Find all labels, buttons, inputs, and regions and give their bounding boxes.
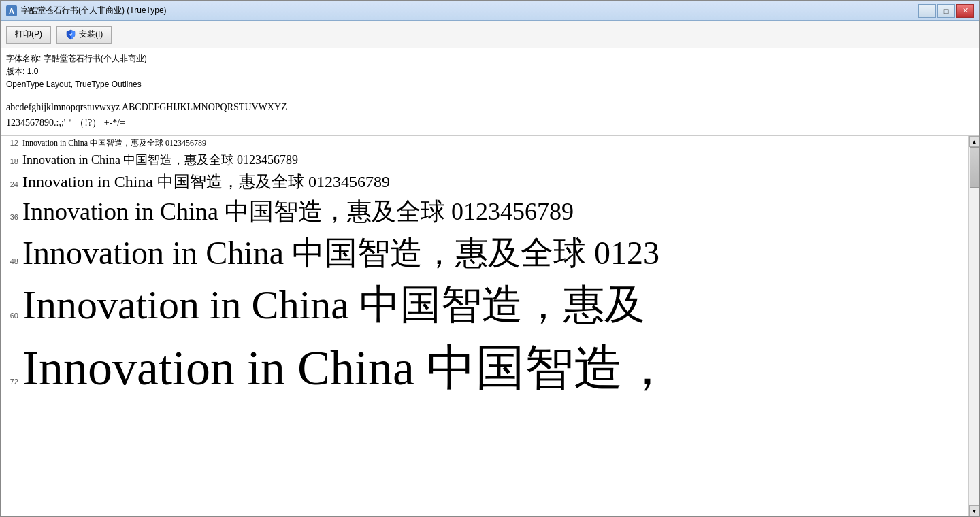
preview-container: 12Innovation in China 中国智造，惠及全球 01234567…: [1, 136, 979, 516]
print-button[interactable]: 打印(P): [6, 26, 51, 44]
size-label: 60: [3, 312, 22, 320]
scrollbar-track: [969, 147, 979, 505]
preview-text: Innovation in China 中国智造，惠及: [22, 278, 645, 333]
preview-row: 18Innovation in China 中国智造，惠及全球 01234567…: [1, 150, 968, 169]
preview-text: Innovation in China 中国智造，惠及全球 0123456789: [22, 195, 574, 229]
size-label: 72: [3, 378, 22, 386]
minimize-button[interactable]: —: [918, 4, 936, 18]
scroll-down-arrow[interactable]: ▼: [969, 505, 980, 516]
preview-text: Innovation in China 中国智造，: [22, 335, 672, 401]
app-icon: A: [6, 5, 17, 16]
font-type: OpenType Layout, TrueType Outlines: [6, 78, 974, 91]
install-button-label: 安装(I): [79, 29, 103, 40]
font-info-section: 字体名称: 字酷堂苍石行书(个人非商业) 版本: 1.0 OpenType La…: [1, 48, 979, 95]
preview-row: 24Innovation in China 中国智造，惠及全球 01234567…: [1, 169, 968, 194]
preview-row: 12Innovation in China 中国智造，惠及全球 01234567…: [1, 136, 968, 150]
toolbar: 打印(P) 安装(I): [1, 21, 979, 48]
charset-line1: abcdefghijklmnopqrstuvwxyz ABCDEFGHIJKLM…: [6, 99, 974, 116]
font-name: 字体名称: 字酷堂苍石行书(个人非商业): [6, 52, 974, 65]
title-bar: A 字酷堂苍石行书(个人非商业) (TrueType) — □ ✕: [1, 1, 979, 21]
preview-scroll[interactable]: 12Innovation in China 中国智造，惠及全球 01234567…: [1, 136, 979, 516]
font-version: 版本: 1.0: [6, 65, 974, 78]
size-label: 12: [3, 139, 22, 147]
window-title: 字酷堂苍石行书(个人非商业) (TrueType): [21, 5, 918, 16]
close-button[interactable]: ✕: [956, 4, 974, 18]
size-label: 48: [3, 257, 22, 265]
preview-text: Innovation in China 中国智造，惠及全球 0123: [22, 231, 659, 275]
install-button[interactable]: 安装(I): [56, 26, 112, 44]
charset-line2: 1234567890.:,;'＂（!?） +-*/=: [6, 115, 974, 131]
preview-row: 48Innovation in China 中国智造，惠及全球 0123: [1, 230, 968, 276]
preview-text: Innovation in China 中国智造，惠及全球 0123456789: [22, 171, 390, 193]
preview-text: Innovation in China 中国智造，惠及全球 0123456789: [22, 152, 298, 168]
scrollbar[interactable]: ▲ ▼: [968, 136, 979, 516]
maximize-button[interactable]: □: [937, 4, 955, 18]
charset-section: abcdefghijklmnopqrstuvwxyz ABCDEFGHIJKLM…: [1, 95, 979, 137]
size-label: 36: [3, 213, 22, 221]
window-controls: — □ ✕: [918, 4, 974, 18]
main-window: A 字酷堂苍石行书(个人非商业) (TrueType) — □ ✕ 打印(P) …: [0, 0, 980, 517]
scroll-up-arrow[interactable]: ▲: [969, 136, 980, 147]
size-label: 24: [3, 180, 22, 188]
preview-row: 36Innovation in China 中国智造，惠及全球 01234567…: [1, 194, 968, 230]
preview-row: 72Innovation in China 中国智造，: [1, 334, 968, 402]
scrollbar-thumb[interactable]: [970, 147, 979, 188]
shield-icon: [65, 29, 76, 40]
preview-text: Innovation in China 中国智造，惠及全球 0123456789: [22, 137, 206, 149]
preview-row: 60Innovation in China 中国智造，惠及: [1, 276, 968, 334]
size-label: 18: [3, 157, 22, 165]
